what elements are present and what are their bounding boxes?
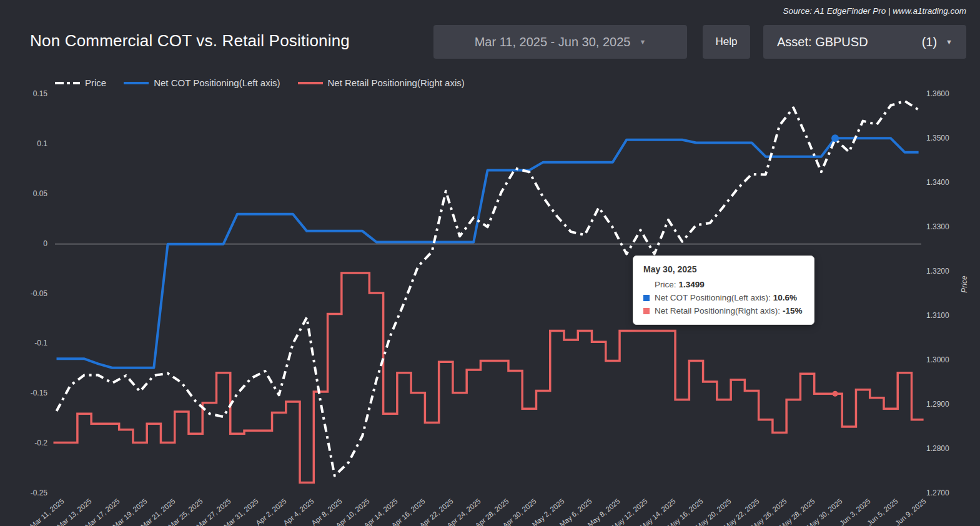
y-axis-tick-label: -0.1 [0,339,47,347]
y-axis-tick-label: 1.2800 [926,444,949,453]
y-axis-tick-label: 0.05 [0,189,47,198]
y-axis-tick-label: 1.3100 [926,311,949,320]
y-axis-tick-label: 0.15 [0,89,47,98]
y-axis-tick-label: 1.3500 [926,134,949,142]
cot-swatch-icon [643,295,650,301]
y-axis-tick-label: -0.25 [0,489,47,497]
cot-highlight-dot [831,134,839,142]
tooltip-value: 10.6% [773,293,797,302]
y-axis-tick-label: 1.3200 [926,267,949,275]
retail-highlight-dot [833,391,838,397]
tooltip: May 30, 2025 Price: 1.3499 Net COT Posit… [633,256,814,325]
y-axis-tick-label: 1.2700 [926,489,949,497]
tooltip-row-price: Price: 1.3499 [643,280,805,289]
tooltip-label: Price: [655,280,676,289]
y-axis-tick-label: 1.3300 [926,222,949,231]
y-axis-tick-label: 0 [0,239,47,248]
retail-swatch-icon [643,308,650,314]
tooltip-label: Net Retail Positioning(Right axis): [655,306,780,315]
tooltip-value: 1.3499 [679,280,705,289]
tooltip-value: -15% [783,306,803,315]
tooltip-title: May 30, 2025 [643,264,805,274]
y-axis-tick-label: 1.3600 [926,89,949,98]
y-axis-tick-label: -0.05 [0,289,47,298]
tooltip-label: Net COT Positioning(Left axis): [655,293,771,302]
y-axis-tick-label: 1.2900 [926,400,949,409]
y-axis-tick-label: -0.15 [0,389,47,397]
y-axis-tick-label: -0.2 [0,439,47,447]
y-axis-tick-label: 0.1 [0,139,47,148]
y-axis-tick-label: 1.3400 [926,178,949,187]
app: Source: A1 EdgeFinder Pro | www.a1tradin… [0,0,980,526]
cot-line [57,138,919,367]
tooltip-row-cot: Net COT Positioning(Left axis): 10.6% [643,293,805,302]
y-axis-tick-label: 1.3000 [926,355,949,364]
tooltip-row-retail: Net Retail Positioning(Right axis): -15% [643,306,805,315]
price-axis-title: Price [960,272,969,297]
chart-canvas[interactable] [0,0,980,526]
